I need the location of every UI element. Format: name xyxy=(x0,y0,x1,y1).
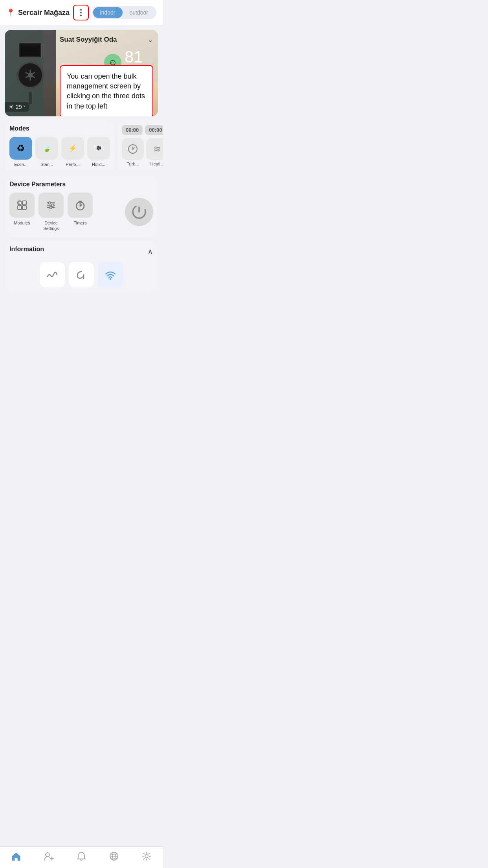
modes-row: ♻ Econ... 🍃 Stan... ⚡ Perfo... ❄ Holid..… xyxy=(9,137,110,167)
svg-point-9 xyxy=(20,202,22,204)
params-content: Modules DeviceSettings xyxy=(9,193,153,232)
timers-param[interactable]: Timers xyxy=(68,193,93,232)
device-parameters-section: Device Parameters Modules xyxy=(5,175,158,237)
device-parameters-title: Device Parameters xyxy=(9,181,153,188)
aqi-unit: AQI xyxy=(145,58,153,64)
info-icon-alpha[interactable] xyxy=(69,262,94,287)
timer-badges-row: 00:00 00:00 xyxy=(122,125,163,135)
param-items: Modules DeviceSettings xyxy=(9,193,120,232)
tooltip-text: You can open the bulk management screen … xyxy=(67,72,145,110)
turbo-icon xyxy=(122,138,144,160)
timers-icon xyxy=(68,193,93,218)
room-title: Suat Soyyiğit Oda xyxy=(60,36,117,44)
mode-item-economy[interactable]: ♻ Econ... xyxy=(9,137,32,167)
mode-item-holiday[interactable]: ❄ Holid... xyxy=(87,137,110,167)
info-icon-wifi[interactable] xyxy=(98,262,123,287)
device-settings-param[interactable]: DeviceSettings xyxy=(39,193,64,232)
temp-sun-icon: ☀ xyxy=(9,104,14,110)
mode-item-performance[interactable]: ⚡ Perfo... xyxy=(61,137,84,167)
modes-section: Modes ♻ Econ... 🍃 Stan... ⚡ Perfo... ❄ H… xyxy=(5,120,115,172)
turbo-timer-label: Turb... xyxy=(127,162,139,166)
location-name: Sercair Mağaza xyxy=(18,9,70,17)
chevron-down-icon[interactable]: ⌄ xyxy=(147,35,153,44)
timer-badge-2[interactable]: 00:00 xyxy=(145,125,163,135)
tooltip-overlay: You can open the bulk management screen … xyxy=(60,65,153,116)
power-icon xyxy=(131,204,147,220)
svg-point-15 xyxy=(50,206,52,209)
location-icon: 📍 xyxy=(6,8,15,17)
svg-point-24 xyxy=(110,278,111,280)
three-dots-button[interactable] xyxy=(73,5,89,20)
performance-mode-icon: ⚡ xyxy=(61,137,84,160)
information-title: Information xyxy=(9,246,44,253)
header: 📍 Sercair Mağaza indoor outdoor xyxy=(0,0,163,25)
standard-mode-label: Stan... xyxy=(40,162,53,167)
standard-mode-icon: 🍃 xyxy=(35,137,58,160)
info-icons-row xyxy=(9,262,153,287)
turbo-timer-item[interactable]: Turb... xyxy=(122,138,144,166)
aqi-number: 81 xyxy=(125,49,143,65)
device-settings-label: DeviceSettings xyxy=(43,220,59,232)
card-header: Suat Soyyiğit Oda ⌄ xyxy=(60,35,153,44)
device-settings-icon xyxy=(39,193,64,218)
information-section: Information ∧ xyxy=(5,240,158,293)
modules-param[interactable]: Modules xyxy=(9,193,35,232)
svg-rect-7 xyxy=(22,206,26,210)
info-chevron-icon[interactable]: ∧ xyxy=(147,247,153,256)
heating-timer-item[interactable]: ≋ Heati... xyxy=(146,138,163,166)
modes-title: Modes xyxy=(9,125,110,132)
svg-point-21 xyxy=(80,206,81,207)
tab-outdoor[interactable]: outdoor xyxy=(123,7,155,18)
tab-indoor[interactable]: indoor xyxy=(93,7,123,18)
heating-timer-label: Heati... xyxy=(150,162,163,166)
temperature-badge: ☀ 29 ° xyxy=(5,102,29,112)
mode-item-standard[interactable]: 🍃 Stan... xyxy=(35,137,58,167)
modes-timers-row: Modes ♻ Econ... 🍃 Stan... ⚡ Perfo... ❄ H… xyxy=(5,120,158,172)
modules-icon xyxy=(9,193,35,218)
timer-badge-1[interactable]: 00:00 xyxy=(122,125,143,135)
economy-mode-icon: ♻ xyxy=(9,137,32,160)
svg-rect-6 xyxy=(22,201,26,205)
svg-point-13 xyxy=(48,202,51,204)
power-button[interactable] xyxy=(125,198,153,226)
tab-group: indoor outdoor xyxy=(92,6,156,19)
economy-mode-label: Econ... xyxy=(14,162,28,167)
holiday-mode-icon: ❄ xyxy=(87,137,110,160)
holiday-mode-label: Holid... xyxy=(92,162,105,167)
timer-icons-row: Turb... ≋ Heati... xyxy=(122,138,163,166)
device-card: Suat Soyyiğit Oda ⌄ ☺ 81 AQI Good You ca… xyxy=(5,30,158,116)
info-header: Information ∧ xyxy=(9,246,153,257)
performance-mode-label: Perfo... xyxy=(66,162,79,167)
svg-point-3 xyxy=(132,148,134,150)
info-icon-wave[interactable] xyxy=(40,262,65,287)
svg-rect-5 xyxy=(18,206,22,210)
svg-point-14 xyxy=(51,204,54,206)
modules-label: Modules xyxy=(14,220,30,226)
three-dots-icon xyxy=(80,9,82,16)
temperature-value: 29 ° xyxy=(16,104,26,110)
timers-param-label: Timers xyxy=(73,220,86,226)
timers-section: 00:00 00:00 Turb... ≋ Heati... xyxy=(118,120,163,172)
heating-icon: ≋ xyxy=(146,138,163,160)
